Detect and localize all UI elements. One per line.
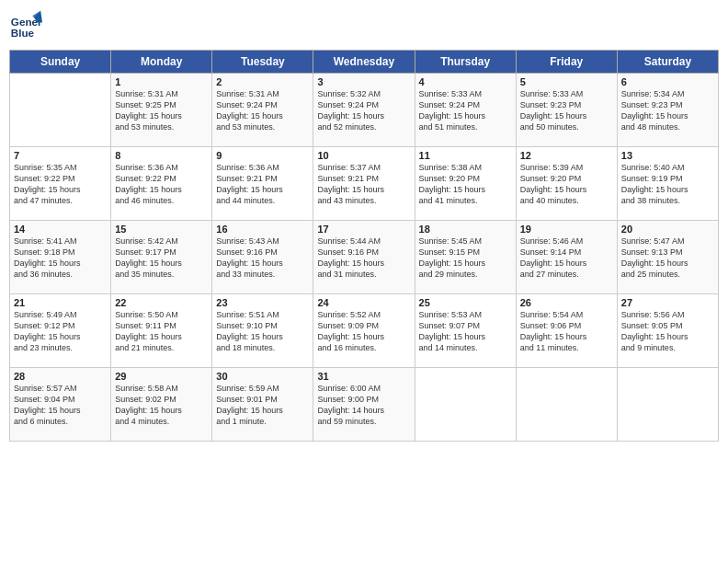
calendar-cell: 29Sunrise: 5:58 AM Sunset: 9:02 PM Dayli… [111,368,212,442]
calendar-week-row: 28Sunrise: 5:57 AM Sunset: 9:04 PM Dayli… [10,368,719,442]
calendar-cell: 28Sunrise: 5:57 AM Sunset: 9:04 PM Dayli… [10,368,111,442]
day-info: Sunrise: 5:36 AM Sunset: 9:21 PM Dayligh… [216,162,309,207]
day-number: 23 [216,297,309,308]
day-number: 28 [14,371,107,382]
day-info: Sunrise: 5:32 AM Sunset: 9:24 PM Dayligh… [317,88,410,133]
calendar-cell: 20Sunrise: 5:47 AM Sunset: 9:13 PM Dayli… [617,221,718,294]
day-info: Sunrise: 5:43 AM Sunset: 9:16 PM Dayligh… [216,236,309,281]
day-info: Sunrise: 5:50 AM Sunset: 9:11 PM Dayligh… [115,309,208,354]
day-number: 1 [115,76,208,87]
calendar-cell: 17Sunrise: 5:44 AM Sunset: 9:16 PM Dayli… [313,221,415,294]
day-of-week-header: Sunday [10,51,111,74]
day-info: Sunrise: 5:56 AM Sunset: 9:05 PM Dayligh… [621,309,714,354]
day-number: 8 [115,150,208,161]
day-number: 29 [115,371,208,382]
calendar-cell: 13Sunrise: 5:40 AM Sunset: 9:19 PM Dayli… [617,147,718,221]
day-number: 20 [621,224,714,235]
day-number: 16 [216,224,309,235]
calendar-cell: 2Sunrise: 5:31 AM Sunset: 9:24 PM Daylig… [212,74,313,147]
day-info: Sunrise: 6:00 AM Sunset: 9:00 PM Dayligh… [317,383,410,428]
day-info: Sunrise: 5:46 AM Sunset: 9:14 PM Dayligh… [520,236,613,281]
calendar-cell: 25Sunrise: 5:53 AM Sunset: 9:07 PM Dayli… [415,294,516,368]
day-of-week-header: Wednesday [313,51,415,74]
day-number: 13 [621,150,714,161]
day-info: Sunrise: 5:31 AM Sunset: 9:24 PM Dayligh… [216,88,309,133]
day-info: Sunrise: 5:34 AM Sunset: 9:23 PM Dayligh… [621,88,714,133]
day-number: 17 [317,224,410,235]
day-info: Sunrise: 5:33 AM Sunset: 9:24 PM Dayligh… [419,88,512,133]
day-of-week-header: Tuesday [212,51,313,74]
day-info: Sunrise: 5:54 AM Sunset: 9:06 PM Dayligh… [520,309,613,354]
calendar-cell: 8Sunrise: 5:36 AM Sunset: 9:22 PM Daylig… [111,147,212,221]
day-info: Sunrise: 5:52 AM Sunset: 9:09 PM Dayligh… [317,309,410,354]
day-info: Sunrise: 5:59 AM Sunset: 9:01 PM Dayligh… [216,383,309,428]
day-info: Sunrise: 5:47 AM Sunset: 9:13 PM Dayligh… [621,236,714,281]
day-number: 27 [621,297,714,308]
calendar-header: SundayMondayTuesdayWednesdayThursdayFrid… [10,51,719,74]
logo: General Blue [9,9,42,42]
calendar-cell [415,368,516,442]
calendar-cell: 14Sunrise: 5:41 AM Sunset: 9:18 PM Dayli… [10,221,111,294]
day-number: 7 [14,150,107,161]
day-number: 4 [419,76,512,87]
calendar-cell: 11Sunrise: 5:38 AM Sunset: 9:20 PM Dayli… [415,147,516,221]
day-of-week-header: Saturday [617,51,718,74]
day-number: 26 [520,297,613,308]
day-info: Sunrise: 5:41 AM Sunset: 9:18 PM Dayligh… [14,236,107,281]
day-of-week-header: Friday [516,51,617,74]
calendar-cell: 22Sunrise: 5:50 AM Sunset: 9:11 PM Dayli… [111,294,212,368]
day-number: 14 [14,224,107,235]
calendar-cell: 30Sunrise: 5:59 AM Sunset: 9:01 PM Dayli… [212,368,313,442]
day-info: Sunrise: 5:44 AM Sunset: 9:16 PM Dayligh… [317,236,410,281]
day-of-week-header: Monday [111,51,212,74]
day-info: Sunrise: 5:35 AM Sunset: 9:22 PM Dayligh… [14,162,107,207]
calendar-cell: 31Sunrise: 6:00 AM Sunset: 9:00 PM Dayli… [313,368,415,442]
calendar-week-row: 14Sunrise: 5:41 AM Sunset: 9:18 PM Dayli… [10,221,719,294]
day-number: 25 [419,297,512,308]
calendar-cell: 19Sunrise: 5:46 AM Sunset: 9:14 PM Dayli… [516,221,617,294]
day-number: 21 [14,297,107,308]
day-info: Sunrise: 5:51 AM Sunset: 9:10 PM Dayligh… [216,309,309,354]
day-number: 19 [520,224,613,235]
calendar-cell: 1Sunrise: 5:31 AM Sunset: 9:25 PM Daylig… [111,74,212,147]
day-number: 31 [317,371,410,382]
day-number: 18 [419,224,512,235]
day-number: 3 [317,76,410,87]
day-number: 24 [317,297,410,308]
day-number: 10 [317,150,410,161]
calendar-cell: 5Sunrise: 5:33 AM Sunset: 9:23 PM Daylig… [516,74,617,147]
logo-icon: General Blue [9,9,42,42]
calendar-cell: 26Sunrise: 5:54 AM Sunset: 9:06 PM Dayli… [516,294,617,368]
calendar-cell: 27Sunrise: 5:56 AM Sunset: 9:05 PM Dayli… [617,294,718,368]
day-info: Sunrise: 5:42 AM Sunset: 9:17 PM Dayligh… [115,236,208,281]
calendar-cell: 24Sunrise: 5:52 AM Sunset: 9:09 PM Dayli… [313,294,415,368]
day-info: Sunrise: 5:49 AM Sunset: 9:12 PM Dayligh… [14,309,107,354]
header-row: SundayMondayTuesdayWednesdayThursdayFrid… [10,51,719,74]
day-number: 5 [520,76,613,87]
day-number: 6 [621,76,714,87]
day-number: 15 [115,224,208,235]
day-info: Sunrise: 5:33 AM Sunset: 9:23 PM Dayligh… [520,88,613,133]
calendar-cell [516,368,617,442]
day-number: 9 [216,150,309,161]
calendar-week-row: 21Sunrise: 5:49 AM Sunset: 9:12 PM Dayli… [10,294,719,368]
day-info: Sunrise: 5:37 AM Sunset: 9:21 PM Dayligh… [317,162,410,207]
day-info: Sunrise: 5:38 AM Sunset: 9:20 PM Dayligh… [419,162,512,207]
calendar-cell: 6Sunrise: 5:34 AM Sunset: 9:23 PM Daylig… [617,74,718,147]
calendar-body: 1Sunrise: 5:31 AM Sunset: 9:25 PM Daylig… [10,74,719,442]
calendar-week-row: 7Sunrise: 5:35 AM Sunset: 9:22 PM Daylig… [10,147,719,221]
calendar-cell: 12Sunrise: 5:39 AM Sunset: 9:20 PM Dayli… [516,147,617,221]
day-info: Sunrise: 5:57 AM Sunset: 9:04 PM Dayligh… [14,383,107,428]
day-info: Sunrise: 5:40 AM Sunset: 9:19 PM Dayligh… [621,162,714,207]
calendar-cell: 15Sunrise: 5:42 AM Sunset: 9:17 PM Dayli… [111,221,212,294]
day-number: 30 [216,371,309,382]
day-info: Sunrise: 5:36 AM Sunset: 9:22 PM Dayligh… [115,162,208,207]
day-number: 22 [115,297,208,308]
day-info: Sunrise: 5:39 AM Sunset: 9:20 PM Dayligh… [520,162,613,207]
calendar-cell: 16Sunrise: 5:43 AM Sunset: 9:16 PM Dayli… [212,221,313,294]
calendar-cell: 7Sunrise: 5:35 AM Sunset: 9:22 PM Daylig… [10,147,111,221]
calendar-cell: 3Sunrise: 5:32 AM Sunset: 9:24 PM Daylig… [313,74,415,147]
calendar-cell: 18Sunrise: 5:45 AM Sunset: 9:15 PM Dayli… [415,221,516,294]
calendar-table: SundayMondayTuesdayWednesdayThursdayFrid… [9,50,719,442]
day-number: 12 [520,150,613,161]
